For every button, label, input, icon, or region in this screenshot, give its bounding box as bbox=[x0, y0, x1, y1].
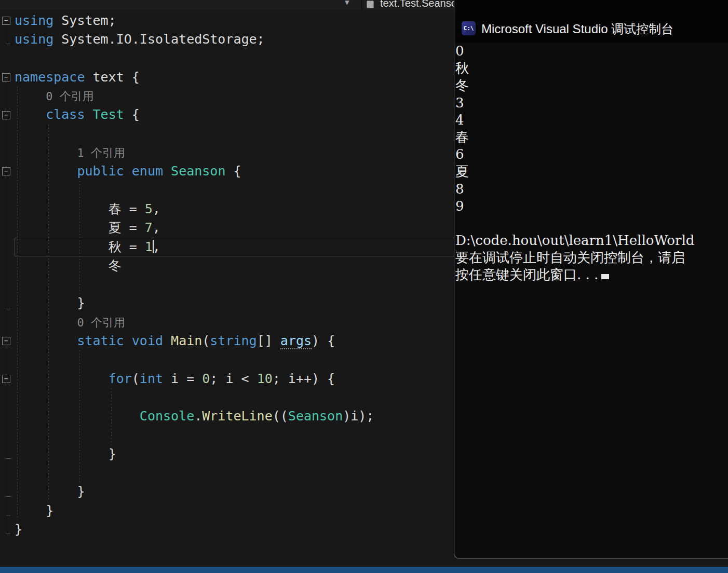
fold-collapse-button[interactable]: − bbox=[2, 111, 10, 119]
code-token: 冬 bbox=[109, 258, 122, 273]
console-line: 3 bbox=[455, 94, 728, 112]
fold-end-tick bbox=[6, 496, 10, 497]
chevron-down-icon[interactable]: ▾ bbox=[345, 0, 349, 8]
code-token: ) { bbox=[312, 333, 335, 348]
indent-space bbox=[15, 239, 109, 254]
code-token: static bbox=[77, 333, 124, 348]
console-line: 6 bbox=[455, 146, 728, 163]
console-titlebar[interactable]: C:\ Microsoft Visual Studio 调试控制台 bbox=[454, 0, 728, 43]
console-line: 按任意键关闭此窗口. . . bbox=[455, 266, 728, 283]
code-token: 春 = bbox=[109, 201, 145, 216]
code-token: ( bbox=[202, 333, 210, 348]
console-line bbox=[455, 215, 728, 232]
code-token: 5 bbox=[145, 201, 153, 216]
indent-space bbox=[15, 484, 77, 499]
code-token: args bbox=[280, 333, 312, 349]
indent-space bbox=[15, 446, 109, 461]
console-output: 0秋冬34春6夏89 D:\code.hou\out\learn1\HelloW… bbox=[455, 43, 728, 558]
code-token: . bbox=[194, 408, 202, 424]
code-token: int bbox=[140, 371, 163, 386]
navigation-bar: ▾ text.Test.Seanson bbox=[0, 0, 454, 9]
code-token: )i); bbox=[343, 408, 374, 424]
code-token bbox=[163, 333, 171, 348]
code-token bbox=[163, 163, 171, 179]
indent-space bbox=[15, 163, 77, 179]
fold-end-tick bbox=[6, 515, 10, 515]
console-line: 夏 bbox=[455, 163, 728, 180]
code-token: 夏 = bbox=[109, 220, 145, 235]
code-token: void bbox=[132, 333, 163, 348]
code-token: enum bbox=[132, 163, 163, 179]
fold-end-tick bbox=[6, 44, 10, 44]
indent-space bbox=[15, 371, 109, 386]
code-token: Seanson bbox=[171, 163, 225, 179]
code-token: public bbox=[77, 163, 124, 179]
code-token: , bbox=[153, 201, 160, 216]
code-token: 1 个引用 bbox=[77, 146, 125, 159]
code-token: { bbox=[225, 163, 241, 179]
fold-collapse-button[interactable]: − bbox=[2, 337, 10, 345]
code-token: } bbox=[46, 503, 53, 518]
code-token: } bbox=[77, 484, 85, 499]
code-token: string bbox=[210, 333, 257, 348]
fold-end-tick bbox=[6, 458, 10, 459]
fold-collapse-button[interactable]: − bbox=[2, 167, 10, 175]
code-line[interactable]: 秋 = 1, bbox=[15, 238, 454, 256]
code-token: , bbox=[153, 220, 160, 235]
code-token: 10 bbox=[257, 371, 273, 386]
code-token: 7 bbox=[145, 220, 153, 235]
console-icon: C:\ bbox=[462, 21, 476, 35]
code-token: using bbox=[15, 13, 53, 28]
code-token: Console bbox=[140, 408, 194, 424]
code-token: } bbox=[109, 446, 116, 461]
fold-collapse-button[interactable]: − bbox=[2, 17, 10, 25]
indent-space bbox=[15, 408, 140, 424]
code-token: 0 bbox=[202, 371, 210, 386]
code-token: ; i < bbox=[210, 371, 257, 386]
indent-space bbox=[15, 145, 77, 160]
fold-end-tick bbox=[6, 308, 10, 308]
code-token: System.IO.IsolatedStorage; bbox=[53, 32, 264, 47]
code-token: 1 bbox=[145, 239, 153, 254]
code-token: text { bbox=[85, 70, 139, 85]
enum-icon bbox=[367, 1, 374, 8]
indent-space bbox=[15, 220, 109, 235]
code-token bbox=[124, 163, 132, 179]
indent-space bbox=[15, 503, 46, 518]
console-line: 9 bbox=[455, 198, 728, 215]
console-line: D:\code.hou\out\learn1\HelloWorld bbox=[455, 232, 728, 249]
console-line: 要在调试停止时自动关闭控制台，请启 bbox=[455, 249, 728, 266]
breadcrumb[interactable]: text.Test.Seanson bbox=[380, 0, 463, 9]
code-token: ; i++) { bbox=[273, 371, 335, 386]
visual-studio-window: ▾ text.Test.Seanson −−−−−− using System;… bbox=[0, 0, 728, 573]
code-token: WriteLine bbox=[202, 408, 272, 424]
indent-space bbox=[15, 258, 109, 273]
code-token: } bbox=[77, 295, 85, 310]
console-line: 秋 bbox=[455, 60, 728, 77]
indent-space bbox=[15, 107, 46, 122]
fold-collapse-button[interactable]: − bbox=[2, 73, 10, 81]
code-token: 0 个引用 bbox=[46, 90, 94, 103]
indent-space bbox=[15, 201, 109, 216]
fold-collapse-button[interactable]: − bbox=[2, 375, 10, 383]
code-token: (( bbox=[273, 408, 288, 424]
fold-line bbox=[6, 25, 6, 44]
code-token: ( bbox=[132, 371, 140, 386]
code-token: [] bbox=[257, 333, 280, 348]
console-title: Microsoft Visual Studio 调试控制台 bbox=[481, 21, 673, 37]
code-token: class bbox=[46, 107, 85, 122]
indent-space bbox=[15, 333, 77, 348]
code-token: i = bbox=[163, 371, 202, 386]
console-line: 4 bbox=[455, 112, 728, 129]
indent-space bbox=[15, 88, 46, 103]
status-bar bbox=[0, 567, 728, 573]
fold-end-tick bbox=[6, 534, 10, 534]
code-token: for bbox=[109, 371, 132, 386]
code-token bbox=[85, 107, 92, 122]
code-token: namespace bbox=[15, 70, 85, 85]
fold-gutter: −−−−−− bbox=[0, 0, 15, 567]
code-token: } bbox=[15, 522, 22, 537]
code-token: using bbox=[15, 32, 53, 47]
debug-console-window: C:\ Microsoft Visual Studio 调试控制台 0秋冬34春… bbox=[454, 0, 728, 558]
code-token: { bbox=[124, 107, 140, 122]
